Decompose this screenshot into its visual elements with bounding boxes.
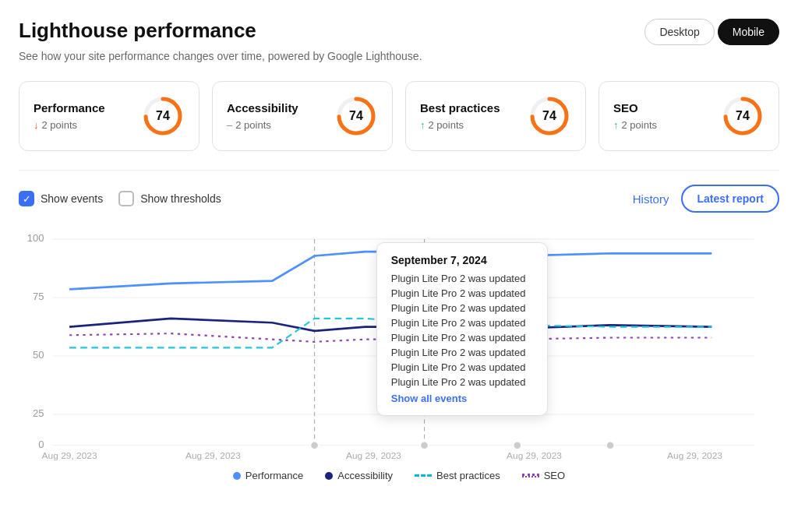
show-all-events-link[interactable]: Show all events bbox=[391, 393, 533, 404]
svg-point-22 bbox=[513, 441, 521, 449]
latest-report-button[interactable]: Latest report bbox=[681, 185, 779, 213]
score-donut: 74 bbox=[721, 94, 764, 138]
card-left: Best practices ↑ 2 points bbox=[420, 101, 500, 131]
svg-text:50: 50 bbox=[33, 349, 44, 361]
donut-score: 74 bbox=[156, 109, 170, 123]
legend-row: PerformanceAccessibilityBest practicesSE… bbox=[19, 470, 779, 481]
chart-tooltip: September 7, 2024 Plugin Lite Pro 2 was … bbox=[376, 242, 548, 416]
tooltip-date: September 7, 2024 bbox=[391, 254, 533, 266]
svg-point-21 bbox=[420, 441, 429, 449]
show-thresholds-label: Show thresholds bbox=[140, 192, 221, 205]
legend-dotted-icon bbox=[522, 474, 539, 477]
legend-dash-icon bbox=[415, 474, 432, 477]
card-name: Accessibility bbox=[227, 101, 298, 115]
trend-up-icon: ↑ bbox=[420, 119, 425, 131]
legend-item-seo: SEO bbox=[522, 470, 565, 481]
card-points: – 2 points bbox=[227, 119, 298, 131]
tooltip-event-item: Plugin Lite Pro 2 was updated bbox=[391, 273, 533, 284]
legend-item-accessibility: Accessibility bbox=[325, 470, 393, 481]
trend-neutral-icon: – bbox=[227, 119, 232, 131]
show-events-label: Show events bbox=[41, 192, 103, 205]
card-points: ↑ 2 points bbox=[420, 119, 500, 131]
card-points: ↑ 2 points bbox=[613, 119, 657, 131]
svg-text:Aug 29, 2023: Aug 29, 2023 bbox=[185, 450, 241, 460]
svg-point-20 bbox=[310, 441, 319, 449]
show-thresholds-checkbox[interactable]: Show thresholds bbox=[118, 191, 221, 206]
controls-left: ✓ Show events Show thresholds bbox=[19, 191, 221, 206]
check-icon: ✓ bbox=[23, 193, 31, 205]
donut-score: 74 bbox=[349, 109, 363, 123]
legend-label: Best practices bbox=[436, 470, 500, 481]
legend-label: Accessibility bbox=[337, 470, 393, 481]
score-card-seo: SEO ↑ 2 points 74 bbox=[598, 81, 779, 151]
divider bbox=[19, 170, 779, 171]
legend-label: Performance bbox=[245, 470, 303, 481]
desktop-toggle[interactable]: Desktop bbox=[644, 19, 714, 45]
trend-down-icon: ↓ bbox=[34, 119, 39, 131]
show-events-checkbox[interactable]: ✓ Show events bbox=[19, 191, 103, 206]
tooltip-event-item: Plugin Lite Pro 2 was updated bbox=[391, 317, 533, 329]
tooltip-event-item: Plugin Lite Pro 2 was updated bbox=[391, 361, 533, 373]
svg-text:100: 100 bbox=[27, 232, 44, 244]
score-card-accessibility: Accessibility – 2 points 74 bbox=[212, 81, 393, 151]
svg-text:Aug 29, 2023: Aug 29, 2023 bbox=[346, 450, 401, 460]
svg-text:Aug 29, 2023: Aug 29, 2023 bbox=[667, 450, 722, 460]
score-cards: Performance ↓ 2 points 74 Accessibility … bbox=[19, 81, 779, 151]
card-left: SEO ↑ 2 points bbox=[613, 101, 657, 131]
card-name: Performance bbox=[34, 101, 105, 115]
history-link[interactable]: History bbox=[633, 192, 669, 206]
show-thresholds-checkbox-box[interactable] bbox=[118, 191, 134, 206]
legend-item-best-practices: Best practices bbox=[415, 470, 500, 481]
tooltip-event-item: Plugin Lite Pro 2 was updated bbox=[391, 332, 533, 344]
score-donut: 74 bbox=[334, 94, 378, 138]
svg-text:25: 25 bbox=[33, 407, 44, 419]
legend-dot-icon bbox=[233, 472, 241, 480]
card-left: Performance ↓ 2 points bbox=[34, 101, 105, 131]
card-left: Accessibility – 2 points bbox=[227, 101, 298, 131]
legend-label: SEO bbox=[544, 470, 565, 481]
tooltip-event-item: Plugin Lite Pro 2 was updated bbox=[391, 376, 533, 388]
page-subtitle: See how your site performance changes ov… bbox=[19, 50, 779, 62]
mobile-toggle[interactable]: Mobile bbox=[718, 19, 779, 45]
show-events-checkbox-box[interactable]: ✓ bbox=[19, 191, 34, 206]
card-points: ↓ 2 points bbox=[34, 119, 105, 131]
tooltip-event-item: Plugin Lite Pro 2 was updated bbox=[391, 287, 533, 299]
card-name: SEO bbox=[613, 101, 657, 115]
tooltip-event-item: Plugin Lite Pro 2 was updated bbox=[391, 347, 533, 358]
svg-text:0: 0 bbox=[38, 439, 44, 450]
donut-score: 74 bbox=[542, 109, 556, 123]
legend-dot-icon bbox=[325, 472, 333, 480]
donut-score: 74 bbox=[736, 109, 750, 123]
view-toggle: Desktop Mobile bbox=[644, 19, 779, 45]
controls-right: History Latest report bbox=[633, 185, 779, 213]
score-card-best-practices: Best practices ↑ 2 points 74 bbox=[405, 81, 586, 151]
svg-point-23 bbox=[606, 441, 615, 449]
svg-text:Aug 29, 2023: Aug 29, 2023 bbox=[507, 450, 562, 460]
page-title: Lighthouse performance bbox=[19, 19, 256, 43]
controls-row: ✓ Show events Show thresholds History La… bbox=[19, 185, 779, 213]
tooltip-event-item: Plugin Lite Pro 2 was updated bbox=[391, 302, 533, 314]
trend-up-icon: ↑ bbox=[613, 119, 619, 131]
score-donut: 74 bbox=[528, 94, 571, 138]
tooltip-events-list: Plugin Lite Pro 2 was updatedPlugin Lite… bbox=[391, 273, 533, 388]
card-name: Best practices bbox=[420, 101, 500, 115]
legend-item-performance: Performance bbox=[233, 470, 303, 481]
svg-text:75: 75 bbox=[33, 291, 44, 302]
chart-area: 100 75 50 25 0 Aug 29, 2023 Aug 29, 2023… bbox=[19, 227, 779, 460]
score-card-performance: Performance ↓ 2 points 74 bbox=[19, 81, 200, 151]
score-donut: 74 bbox=[141, 94, 185, 138]
svg-text:Aug 29, 2023: Aug 29, 2023 bbox=[42, 450, 97, 460]
